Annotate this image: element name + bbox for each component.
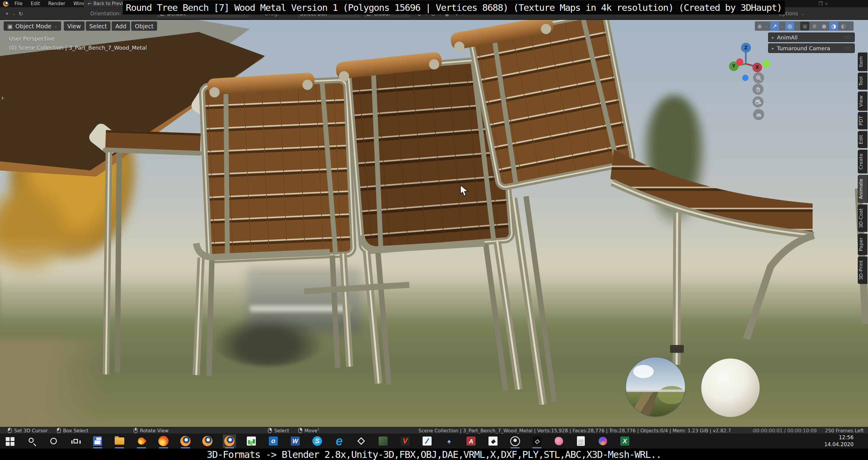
drag-grip-icon[interactable]: ∷∷ bbox=[845, 35, 851, 40]
gizmo-minus-z[interactable] bbox=[742, 75, 748, 81]
blender-window: File Edit Render Window Help ↩ Back to P… bbox=[0, 0, 868, 460]
gizmo-minus-y[interactable] bbox=[763, 60, 770, 67]
mouse-button-icon bbox=[298, 428, 302, 433]
chrome-sphere bbox=[626, 357, 686, 418]
tab-tool[interactable]: Tool bbox=[858, 72, 867, 90]
taskbar-clock[interactable]: 12:56 14.04.2020 bbox=[824, 434, 854, 448]
unity-icon[interactable]: ◆ bbox=[486, 434, 500, 448]
excel-icon[interactable]: X bbox=[618, 434, 631, 448]
green-3d-app-icon[interactable] bbox=[376, 434, 390, 448]
selectability-icon[interactable]: ◉ bbox=[755, 22, 764, 30]
panel-tumaround-camera[interactable]: ▸ Tumaround Camera ∷∷ bbox=[768, 43, 855, 53]
remove-view-layer-icon[interactable]: × bbox=[825, 1, 828, 6]
gizmo-dropdown-icon[interactable]: ⌄ bbox=[780, 22, 785, 30]
access-icon[interactable]: A bbox=[464, 434, 478, 448]
overlays-toggle-icon[interactable]: ◎ bbox=[785, 22, 794, 30]
vp-menu-object[interactable]: Object bbox=[131, 21, 157, 31]
edge-icon[interactable]: e bbox=[333, 434, 346, 448]
blender-icon-1[interactable] bbox=[179, 434, 192, 448]
menu-render[interactable]: Render bbox=[45, 1, 69, 6]
start-button[interactable] bbox=[3, 434, 16, 448]
viewport-header: ▣ Object Mode ⌄ View Select Add Object bbox=[4, 21, 157, 31]
shading-rendered-icon[interactable]: ◐ bbox=[839, 22, 848, 30]
hint-box-select: Box Select bbox=[57, 428, 89, 433]
hint-set-3d-cursor: Set 3D Cursor bbox=[8, 428, 48, 433]
vp-menu-add[interactable]: Add bbox=[112, 21, 130, 31]
pen-app-icon[interactable] bbox=[421, 434, 434, 448]
flame-app-icon[interactable] bbox=[135, 434, 148, 448]
mouse-button-icon bbox=[8, 428, 12, 433]
backup-app-icon[interactable] bbox=[91, 434, 104, 448]
vp-menu-view[interactable]: View bbox=[64, 21, 85, 31]
camera-view-button[interactable] bbox=[752, 96, 764, 108]
tab-edit[interactable]: Edit bbox=[858, 131, 867, 148]
menu-edit[interactable]: Edit bbox=[27, 1, 43, 6]
3d-viewport[interactable]: ▣ Object Mode ⌄ View Select Add Object ◉ bbox=[0, 20, 868, 427]
pink-app-icon[interactable] bbox=[552, 434, 565, 448]
tab-pdt[interactable]: PDT bbox=[858, 112, 867, 129]
task-view-button[interactable] bbox=[69, 434, 82, 448]
calculator-icon[interactable] bbox=[574, 434, 588, 448]
navigation-gizmo[interactable]: Z Y X bbox=[722, 32, 776, 92]
clock-time: 12:56 bbox=[824, 434, 854, 441]
cursor-tool-icon[interactable]: ⌖ bbox=[2, 9, 11, 18]
3d-builder-icon[interactable] bbox=[354, 434, 368, 448]
viewport-shading-controls: ◉ ⌄ ↗ ⌄ ◎ ⌄ ▣ ⊕ ● ◑ ◐ ⌄ bbox=[755, 21, 854, 31]
shading-solid-icon[interactable]: ● bbox=[819, 22, 829, 30]
blender-logo-icon[interactable] bbox=[3, 1, 9, 7]
gizmo-minus-x[interactable] bbox=[736, 58, 743, 66]
firefox-icon[interactable] bbox=[157, 434, 170, 448]
v-app-icon[interactable]: V bbox=[399, 434, 412, 448]
collection-breadcrumb: (0) Scene Collection | 3_Part_Bench_7_Wo… bbox=[9, 44, 147, 51]
tab-3d-print[interactable]: 3D-Print bbox=[858, 256, 867, 284]
skype-icon[interactable]: S bbox=[311, 434, 324, 448]
outlook-icon[interactable]: o bbox=[267, 434, 280, 448]
word-icon[interactable]: W bbox=[289, 434, 302, 448]
shading-dropdown-icon[interactable]: ⌄ bbox=[848, 22, 853, 30]
mouse-button-icon bbox=[57, 428, 61, 433]
blender-icon-2[interactable] bbox=[201, 434, 214, 448]
overlays-dropdown-icon[interactable]: ⌄ bbox=[795, 22, 800, 30]
toolbar-expand-arrow[interactable]: › bbox=[1, 94, 4, 101]
bench-left-seat bbox=[103, 130, 203, 156]
xray-toggle-icon[interactable]: ▣ bbox=[800, 22, 809, 30]
copy-view-layer-icon[interactable]: ❐ bbox=[819, 1, 823, 6]
zoom-button[interactable] bbox=[753, 72, 764, 83]
hint-move: Move bbox=[298, 428, 317, 433]
view-perspective-label: User Perspective bbox=[9, 35, 55, 42]
tab-3d-coat[interactable]: 3D-Coat bbox=[858, 205, 867, 232]
tab-view[interactable]: View bbox=[858, 92, 867, 111]
tab-paper[interactable]: Paper bbox=[858, 234, 867, 255]
color-drop-app-icon[interactable] bbox=[596, 434, 610, 448]
shading-material-icon[interactable]: ◑ bbox=[829, 22, 838, 30]
perspective-toggle-button[interactable] bbox=[753, 109, 764, 120]
cursor-tool-dropdown-icon[interactable]: ⌄ bbox=[11, 9, 16, 18]
cortana-button[interactable] bbox=[47, 434, 60, 448]
search-button[interactable] bbox=[25, 434, 38, 448]
tab-animate[interactable]: Animate bbox=[858, 175, 868, 203]
gizmo-toggle-icon[interactable]: ↗ bbox=[770, 22, 779, 30]
object-mode-icon: ▣ bbox=[7, 23, 13, 30]
white-sphere bbox=[701, 359, 760, 417]
file-explorer-icon[interactable] bbox=[113, 434, 126, 448]
unity-dark-icon[interactable]: ◇ bbox=[530, 434, 544, 448]
tab-create[interactable]: Create bbox=[858, 150, 867, 174]
panel-animall[interactable]: ▸ AnimAll ∷∷ bbox=[768, 32, 855, 42]
pan-button[interactable] bbox=[752, 84, 764, 95]
hint-select: Select bbox=[268, 428, 289, 433]
gizmo-z-axis[interactable]: Z bbox=[741, 43, 751, 53]
selectability-dropdown-icon[interactable]: ⌄ bbox=[765, 22, 770, 30]
gizmo-x-axis[interactable]: X bbox=[752, 63, 762, 72]
vp-menu-select[interactable]: Select bbox=[86, 21, 111, 31]
menu-file[interactable]: File bbox=[11, 1, 26, 6]
spade-app-icon[interactable]: ♠ bbox=[442, 434, 456, 448]
blender-icon-3[interactable] bbox=[223, 434, 236, 448]
image-viewer-icon[interactable] bbox=[245, 434, 258, 448]
shading-wireframe-icon[interactable]: ⊕ bbox=[810, 22, 819, 30]
windows-taskbar: o W S e bbox=[0, 433, 868, 449]
obs-icon[interactable] bbox=[508, 434, 522, 448]
tab-item[interactable]: Item bbox=[858, 52, 867, 71]
drag-grip-icon[interactable]: ∷∷ bbox=[845, 46, 851, 51]
mode-dropdown[interactable]: ▣ Object Mode ⌄ bbox=[4, 21, 61, 31]
orbit-gizmo-icon[interactable]: ↻ bbox=[16, 9, 25, 18]
